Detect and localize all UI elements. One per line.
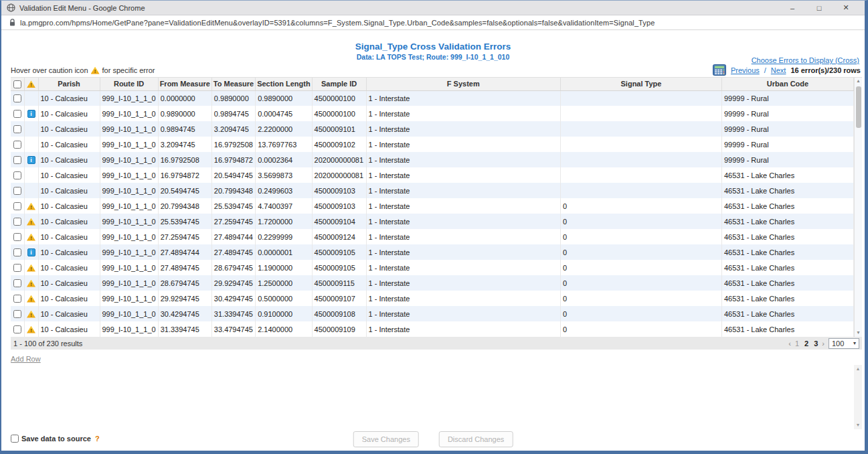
row-checkbox[interactable] <box>13 141 21 149</box>
table-row[interactable]: !10 - Calcasieu999_I-10_1_1_029.92947453… <box>11 291 854 306</box>
row-checkbox[interactable] <box>13 248 21 256</box>
table-row[interactable]: !10 - Calcasieu999_I-10_1_1_027.48947452… <box>11 260 854 275</box>
table-row[interactable]: i10 - Calcasieu999_I-10_1_1_027.48947442… <box>11 244 854 260</box>
minimize-button[interactable]: – <box>779 4 806 12</box>
scroll-up-icon[interactable]: ▴ <box>855 78 862 85</box>
add-row-link[interactable]: Add Row <box>11 355 41 363</box>
caution-icon[interactable]: ! <box>27 311 35 318</box>
page-number-2[interactable]: 2 <box>804 339 808 348</box>
help-question-mark[interactable]: ? <box>95 435 100 443</box>
caution-icon[interactable]: ! <box>27 264 35 272</box>
info-icon[interactable]: i <box>27 248 35 256</box>
cell-urban-code: 99999 - Rural <box>722 90 854 106</box>
select-all-checkbox[interactable] <box>13 80 21 88</box>
page-scroll-down-icon[interactable]: ▾ <box>854 421 862 429</box>
row-checkbox-cell[interactable] <box>11 291 24 306</box>
cell-f-system: 1 - Interstate <box>366 229 560 244</box>
row-checkbox[interactable] <box>13 233 21 241</box>
cell-parish: 10 - Calcasieu <box>38 137 100 152</box>
page-next-arrow[interactable]: › <box>822 339 824 348</box>
table-row[interactable]: !10 - Calcasieu999_I-10_1_1_027.25947452… <box>11 229 854 244</box>
caution-icon[interactable]: ! <box>27 280 35 287</box>
row-checkbox[interactable] <box>13 110 21 118</box>
select-all-cell[interactable] <box>11 78 24 90</box>
row-checkbox[interactable] <box>13 325 21 333</box>
close-button[interactable]: ✕ <box>833 3 859 12</box>
table-row[interactable]: !10 - Calcasieu999_I-10_1_1_020.79943482… <box>11 198 854 214</box>
save-changes-button[interactable]: Save Changes <box>353 431 419 447</box>
row-checkbox-cell[interactable] <box>11 167 24 183</box>
row-checkbox-cell[interactable] <box>11 321 24 337</box>
table-row[interactable]: 10 - Calcasieu999_I-10_1_1_016.979487220… <box>11 167 854 183</box>
cell-f-system: 1 - Interstate <box>366 183 560 198</box>
row-checkbox[interactable] <box>13 218 21 226</box>
row-checkbox-cell[interactable] <box>11 229 24 244</box>
caution-icon[interactable]: ! <box>27 234 35 241</box>
previous-link[interactable]: Previous <box>731 66 760 74</box>
row-checkbox-cell[interactable] <box>11 137 24 152</box>
table-row[interactable]: 10 - Calcasieu999_I-10_1_1_00.00000000.9… <box>11 90 854 106</box>
row-checkbox[interactable] <box>13 295 21 303</box>
choose-errors-link[interactable]: Choose Errors to Display (Cross) <box>752 56 859 64</box>
row-checkbox-cell[interactable] <box>11 121 24 137</box>
table-row[interactable]: 10 - Calcasieu999_I-10_1_1_020.549474520… <box>11 183 854 198</box>
caution-icon[interactable]: ! <box>27 218 35 226</box>
save-data-to-source[interactable]: Save data to source ? <box>11 435 100 443</box>
page-scroll-up-icon[interactable]: ▴ <box>854 365 862 373</box>
column-header-from-measure: From Measure <box>158 78 211 90</box>
url-text[interactable]: la.pmgpro.com/hpms/Home/GetPane?pane=Val… <box>20 19 655 27</box>
cell-parish: 10 - Calcasieu <box>38 291 100 306</box>
page-size-select[interactable]: 100 ▾ <box>829 338 859 349</box>
next-link[interactable]: Next <box>771 66 786 74</box>
row-checkbox-cell[interactable] <box>11 306 24 321</box>
cell-sample-id: 4500009103 <box>312 183 366 198</box>
row-checkbox[interactable] <box>13 187 21 195</box>
row-checkbox-cell[interactable] <box>11 90 24 106</box>
maximize-button[interactable]: □ <box>806 4 833 12</box>
table-row[interactable]: i10 - Calcasieu999_I-10_1_1_00.98900000.… <box>11 106 854 121</box>
page-scrollbar[interactable]: ▴ ▾ <box>854 365 862 429</box>
row-checkbox[interactable] <box>13 171 21 179</box>
table-row[interactable]: i10 - Calcasieu999_I-10_1_1_016.97925081… <box>11 152 854 167</box>
row-checkbox[interactable] <box>13 279 21 287</box>
row-checkbox-cell[interactable] <box>11 183 24 198</box>
caution-icon[interactable]: ! <box>27 203 35 210</box>
cell-route-id: 999_I-10_1_1_0 <box>100 275 158 291</box>
save-source-checkbox[interactable] <box>11 435 19 443</box>
row-checkbox[interactable] <box>13 125 21 133</box>
scroll-down-icon[interactable]: ▾ <box>855 329 862 337</box>
caution-icon[interactable]: ! <box>27 295 35 303</box>
table-row[interactable]: 10 - Calcasieu999_I-10_1_1_03.209474516.… <box>11 137 854 152</box>
row-checkbox-cell[interactable] <box>11 244 24 260</box>
row-checkbox-cell[interactable] <box>11 106 24 121</box>
page-prev-arrow[interactable]: ‹ <box>788 339 791 348</box>
row-checkbox-cell[interactable] <box>11 214 24 229</box>
scrollbar-thumb[interactable] <box>856 86 861 128</box>
row-checkbox-cell[interactable] <box>11 152 24 167</box>
page-number-1[interactable]: 1 <box>795 339 799 348</box>
info-icon[interactable]: i <box>27 110 35 118</box>
table-row[interactable]: !10 - Calcasieu999_I-10_1_1_025.53947452… <box>11 214 854 229</box>
cell-from-measure: 27.4894744 <box>158 244 211 260</box>
row-checkbox-cell[interactable] <box>11 198 24 214</box>
window-titlebar[interactable]: Validation Edit Menu - Google Chrome – □… <box>1 1 865 15</box>
browser-url-bar[interactable]: la.pmgpro.com/hpms/Home/GetPane?pane=Val… <box>1 15 865 30</box>
row-checkbox-cell[interactable] <box>11 260 24 275</box>
row-checkbox[interactable] <box>13 202 21 210</box>
row-checkbox[interactable] <box>13 310 21 318</box>
info-icon[interactable]: i <box>27 156 35 164</box>
row-checkbox[interactable] <box>13 156 21 164</box>
row-checkbox-cell[interactable] <box>11 275 24 291</box>
calculator-icon[interactable] <box>713 64 726 76</box>
row-checkbox[interactable] <box>13 94 21 102</box>
table-row[interactable]: !10 - Calcasieu999_I-10_1_1_030.42947453… <box>11 306 854 321</box>
table-scrollbar[interactable]: ▴ ▾ <box>854 78 862 337</box>
table-row[interactable]: !10 - Calcasieu999_I-10_1_1_031.33947453… <box>11 321 854 337</box>
caution-icon[interactable]: ! <box>27 326 35 333</box>
cell-route-id: 999_I-10_1_1_0 <box>100 321 158 337</box>
row-checkbox[interactable] <box>13 264 21 272</box>
table-row[interactable]: !10 - Calcasieu999_I-10_1_1_028.67947452… <box>11 275 854 291</box>
page-number-3[interactable]: 3 <box>814 339 818 348</box>
table-row[interactable]: 10 - Calcasieu999_I-10_1_1_00.98947453.2… <box>11 121 854 137</box>
discard-changes-button[interactable]: Discard Changes <box>439 431 513 447</box>
